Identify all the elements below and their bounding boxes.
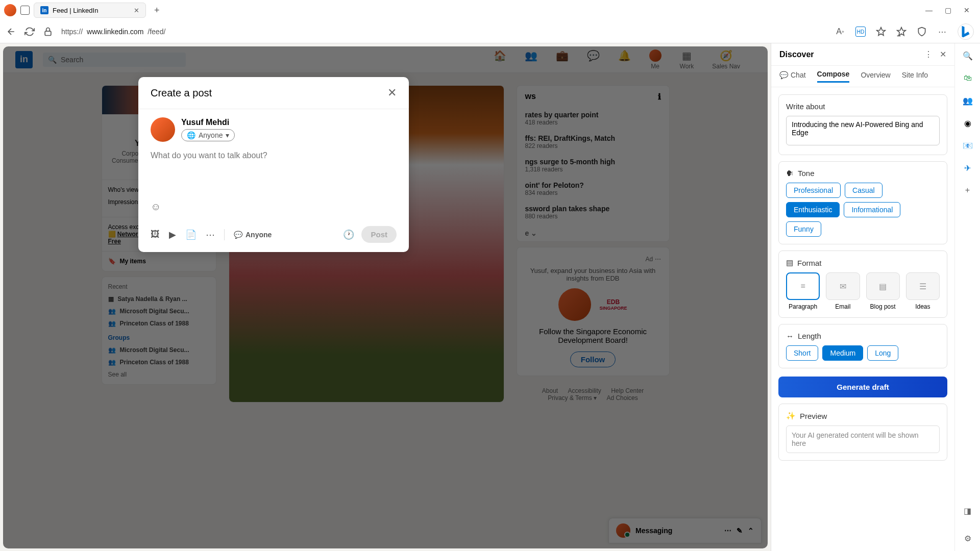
- prompt-textarea[interactable]: [786, 116, 940, 145]
- rail-settings-icon[interactable]: ⚙: [962, 532, 974, 544]
- tab-chat[interactable]: 💬Chat: [779, 70, 806, 83]
- write-about-label: Write about: [786, 102, 940, 111]
- browser-tab-linkedin[interactable]: in Feed | LinkedIn ✕: [34, 3, 146, 18]
- discover-panel: Discover ⋮ ✕ 💬Chat Compose Overview Site…: [771, 43, 954, 551]
- browser-chrome: in Feed | LinkedIn ✕ + — ▢ ✕ https://www…: [0, 0, 980, 43]
- comment-visibility[interactable]: 💬 Anyone: [234, 231, 272, 239]
- add-image-icon[interactable]: 🖼: [151, 229, 160, 240]
- add-video-icon[interactable]: ▶: [169, 229, 176, 240]
- window-controls: — ▢ ✕: [925, 6, 976, 14]
- length-section: ↔Length Short Medium Long: [778, 324, 947, 368]
- url-path: /feed/: [148, 28, 165, 36]
- add-document-icon[interactable]: 📄: [185, 229, 197, 240]
- post-textarea[interactable]: What do you want to talk about?: [151, 151, 397, 197]
- paragraph-icon: ≡: [786, 272, 820, 300]
- tone-casual[interactable]: Casual: [845, 183, 883, 198]
- rail-shopping-icon[interactable]: 🛍: [962, 72, 974, 84]
- bing-sidebar-icon[interactable]: [958, 23, 974, 40]
- format-ideas[interactable]: ☰Ideas: [906, 272, 940, 310]
- tone-professional[interactable]: Professional: [786, 183, 841, 198]
- discover-close-icon[interactable]: ✕: [940, 49, 946, 59]
- rail-add-icon[interactable]: +: [962, 184, 974, 196]
- create-post-modal: Create a post ✕ Yusuf Mehdi 🌐 Anyone ▾: [138, 77, 409, 252]
- refresh-button[interactable]: [24, 27, 35, 37]
- format-blog[interactable]: ▤Blog post: [866, 272, 900, 310]
- wand-icon: ✨: [786, 411, 796, 420]
- read-aloud-icon[interactable]: A»: [835, 27, 845, 37]
- tone-funny[interactable]: Funny: [786, 221, 821, 237]
- tone-label: Tone: [798, 169, 815, 178]
- favorites-list-icon[interactable]: [896, 27, 906, 37]
- edge-sidebar-rail: 🔍 🛍 👥 ◉ 📧 ✈ + ◨ ⚙: [954, 43, 980, 551]
- preview-placeholder: Your AI generated content will be shown …: [786, 425, 940, 453]
- back-button[interactable]: [6, 27, 16, 37]
- maximize-icon[interactable]: ▢: [945, 6, 951, 14]
- address-bar: https://www.linkedin.com/feed/ A» HD ⋯: [0, 20, 980, 43]
- rail-toggle-icon[interactable]: ◨: [962, 505, 974, 517]
- site-info-lock-icon[interactable]: [43, 27, 53, 37]
- rail-send-icon[interactable]: ✈: [962, 162, 974, 174]
- generate-draft-button[interactable]: Generate draft: [778, 377, 947, 397]
- discover-more-icon[interactable]: ⋮: [924, 49, 933, 59]
- modal-user-name: Yusuf Mehdi: [181, 118, 235, 127]
- workspaces-icon[interactable]: [20, 6, 30, 15]
- rail-people-icon[interactable]: 👥: [962, 94, 974, 107]
- new-tab-button[interactable]: +: [150, 5, 164, 16]
- tab-overview[interactable]: Overview: [861, 70, 890, 83]
- email-icon: ✉: [826, 272, 860, 300]
- url-domain: www.linkedin.com: [87, 28, 143, 36]
- length-short[interactable]: Short: [786, 345, 818, 361]
- rail-office-icon[interactable]: ◉: [962, 117, 974, 129]
- linkedin-favicon-icon: in: [40, 6, 48, 14]
- rail-outlook-icon[interactable]: 📧: [962, 139, 974, 152]
- tone-enthusiastic[interactable]: Enthusiastic: [786, 202, 840, 217]
- post-button[interactable]: Post: [361, 226, 397, 243]
- more-attach-icon[interactable]: ⋯: [206, 229, 215, 240]
- tone-icon: 🗣: [786, 169, 794, 178]
- chevron-down-icon: ▾: [226, 131, 229, 139]
- format-label: Format: [797, 259, 822, 267]
- length-icon: ↔: [786, 332, 794, 340]
- url-scheme: https://: [61, 28, 83, 36]
- discover-title: Discover: [779, 50, 924, 59]
- divider: [224, 229, 225, 240]
- globe-icon: 🌐: [187, 131, 195, 139]
- blog-icon: ▤: [866, 272, 900, 300]
- format-email[interactable]: ✉Email: [826, 272, 860, 310]
- format-section: ▤Format ≡Paragraph ✉Email ▤Blog post ☰Id…: [778, 251, 947, 318]
- modal-avatar: [151, 117, 175, 142]
- schedule-icon[interactable]: 🕐: [343, 229, 354, 240]
- modal-title: Create a post: [151, 87, 212, 99]
- hd-icon[interactable]: HD: [855, 27, 866, 37]
- more-menu-icon[interactable]: ⋯: [937, 27, 947, 37]
- rail-search-icon[interactable]: 🔍: [962, 49, 974, 62]
- ideas-icon: ☰: [906, 272, 940, 300]
- svg-rect-0: [45, 31, 51, 35]
- format-paragraph[interactable]: ≡Paragraph: [786, 272, 820, 310]
- browser-profile-avatar[interactable]: [4, 4, 16, 16]
- preview-section: ✨Preview Your AI generated content will …: [778, 404, 947, 461]
- emoji-picker-icon[interactable]: ☺: [151, 201, 397, 213]
- tab-site-info[interactable]: Site Info: [902, 70, 928, 83]
- visibility-selector[interactable]: 🌐 Anyone ▾: [181, 129, 235, 141]
- close-window-icon[interactable]: ✕: [964, 6, 970, 14]
- preview-label: Preview: [800, 412, 827, 420]
- tone-informational[interactable]: Informational: [844, 202, 900, 217]
- write-about-section: Write about: [778, 94, 947, 155]
- modal-close-icon[interactable]: ✕: [387, 86, 397, 99]
- length-label: Length: [798, 332, 821, 340]
- close-tab-icon[interactable]: ✕: [134, 7, 139, 14]
- format-icon: ▤: [786, 258, 793, 267]
- tone-section: 🗣Tone Professional Casual Enthusiastic I…: [778, 161, 947, 244]
- comment-icon: 💬: [234, 231, 242, 239]
- chat-bubble-icon: 💬: [779, 71, 788, 79]
- tab-compose[interactable]: Compose: [817, 70, 850, 83]
- url-field[interactable]: https://www.linkedin.com/feed/: [61, 28, 827, 36]
- tab-title: Feed | LinkedIn: [53, 7, 98, 14]
- favorite-star-icon[interactable]: [876, 27, 886, 37]
- minimize-icon[interactable]: —: [925, 6, 933, 14]
- tab-bar: in Feed | LinkedIn ✕ + — ▢ ✕: [0, 0, 980, 20]
- shield-icon[interactable]: [917, 27, 927, 37]
- length-long[interactable]: Long: [867, 345, 898, 361]
- length-medium[interactable]: Medium: [822, 345, 863, 361]
